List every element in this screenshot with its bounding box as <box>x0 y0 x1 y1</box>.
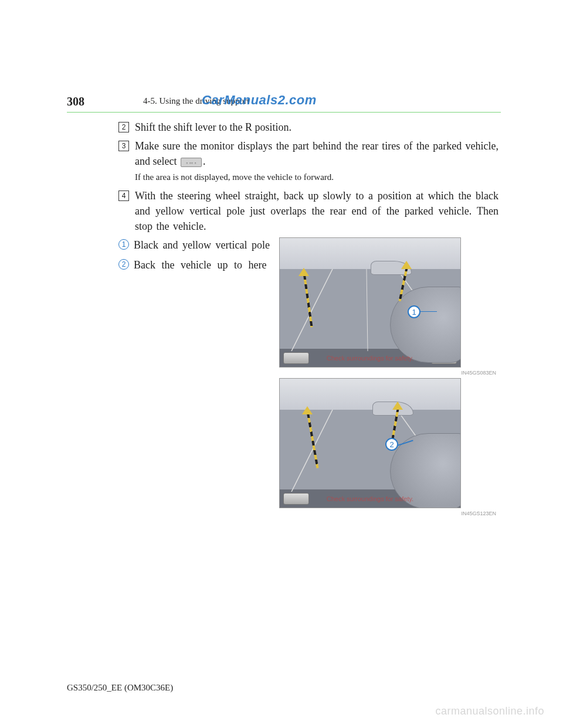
guide-pole-flag-icon <box>401 261 412 269</box>
manual-page: 308 4-5. Using the driving support CarMa… <box>67 95 501 681</box>
image-id-caption: IN45GS083EN <box>461 370 496 376</box>
circle-number: 1 <box>118 239 129 250</box>
legend-text: Black and yellow vertical pole <box>134 237 271 253</box>
safety-message: Check surroundings for safety. <box>327 495 413 502</box>
step-3: 3 Make sure the monitor displays the par… <box>118 138 498 169</box>
step-3-note: If the area is not displayed, move the v… <box>135 172 498 182</box>
sky-region <box>280 238 460 269</box>
step-text: Make sure the monitor displays the part … <box>135 138 498 169</box>
legend-item-1: 1 Black and yellow vertical pole <box>118 237 271 253</box>
watermark-top: CarManuals2.com <box>202 93 317 108</box>
guide-pole-flag-icon <box>299 268 309 276</box>
step-text-after: . <box>203 155 206 167</box>
sky-region <box>280 379 460 410</box>
step-4: 4 With the steering wheel straight, back… <box>118 188 498 234</box>
ground-region: 2 <box>280 410 460 489</box>
monitor-screenshot-1: 1 Check surroundings for safety. <box>279 237 461 368</box>
page-number: 308 <box>67 95 84 108</box>
step-number-box: 2 <box>118 122 129 132</box>
svg-line-2 <box>367 269 368 351</box>
step-text: Shift the shift lever to the R position. <box>135 120 498 135</box>
footer-watermark: carmanualsonline.info <box>435 705 544 717</box>
callout-circle-2: 2 <box>385 438 398 451</box>
monitor-screenshot-2-wrapper: 2 Check surroundings for safety. IN45GS1… <box>279 378 498 508</box>
step-text: With the steering wheel straight, back u… <box>135 188 498 234</box>
safety-message: Check surroundings for safety. <box>327 355 413 362</box>
page-header: 308 4-5. Using the driving support CarMa… <box>67 95 501 108</box>
illustration-row: 1 Black and yellow vertical pole 2 Back … <box>118 237 498 508</box>
monitor-screenshot-2: 2 Check surroundings for safety. <box>279 378 461 508</box>
page-content: 2 Shift the shift lever to the R positio… <box>118 113 498 508</box>
legend-item-2: 2 Back the vehicle up to here <box>118 257 271 273</box>
guide-pole-flag-icon <box>302 406 313 414</box>
ground-region: 1 <box>280 269 460 349</box>
step-number-box: 4 <box>118 190 129 201</box>
screenshots-column: 1 Check surroundings for safety. IN45GS0… <box>279 237 498 508</box>
svg-line-0 <box>291 269 333 351</box>
svg-line-3 <box>291 410 333 492</box>
footer-model-code: GS350/250_EE (OM30C36E) <box>67 683 173 693</box>
image-id-caption: IN45GS123EN <box>461 511 496 516</box>
monitor-screenshot-1-wrapper: 1 Check surroundings for safety. IN45GS0… <box>279 237 498 368</box>
guide-pole-flag-icon <box>392 402 403 410</box>
step-number-box: 3 <box>118 141 129 151</box>
toolbar-left-button-icon <box>283 493 309 505</box>
step-2: 2 Shift the shift lever to the R positio… <box>118 120 498 135</box>
legend-text: Back the vehicle up to here <box>134 257 271 273</box>
callout-legend: 1 Black and yellow vertical pole 2 Back … <box>118 237 271 508</box>
toolbar-left-button-icon <box>283 352 309 364</box>
parking-mode-button-icon: ◦ ◦◦ ◦ <box>181 158 202 167</box>
callout-circle-1: 1 <box>408 305 420 318</box>
circle-number: 2 <box>118 259 129 270</box>
